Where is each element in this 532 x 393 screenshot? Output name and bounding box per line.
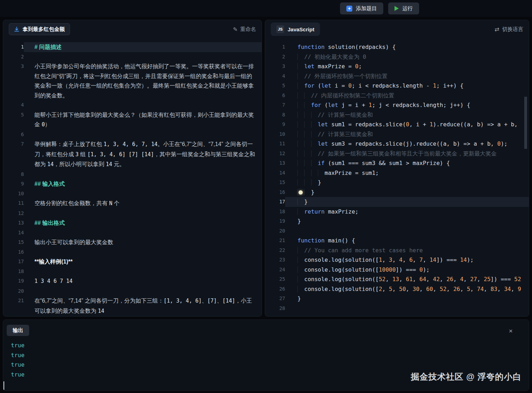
code-line[interactable]: 4 // 外层循环控制第一个切割位置 [265, 71, 529, 81]
line-content: for (let j = i + 1; j < redpacks.length;… [285, 100, 529, 110]
problem-line[interactable]: 4 [3, 100, 262, 110]
problem-editor[interactable]: 1# 问题描述23小王同学参加公司年会的抽奖活动，他运气很好抽到了一等奖。一等奖… [3, 38, 262, 316]
code-line[interactable]: 6 // 内层循环控制第二个切割位置 [265, 91, 529, 101]
line-number: 17 [265, 197, 285, 207]
problem-line[interactable]: 8 [3, 170, 262, 179]
line-content: // 计算第三组奖金和 [285, 129, 529, 139]
line-number: 23 [265, 255, 285, 265]
play-icon [395, 6, 399, 11]
code-line[interactable]: 18 return maxPrize; [265, 207, 529, 217]
line-number: 19 [265, 216, 285, 226]
line-number: 27 [265, 294, 285, 304]
code-line[interactable]: 7 for (let j = i + 1; j < redpacks.lengt… [265, 100, 529, 110]
code-line[interactable]: 17 } [265, 197, 529, 207]
output-label: 输出 [13, 327, 23, 334]
problem-line[interactable]: 3小王同学参加公司年会的抽奖活动，他运气很好抽到了一等奖。一等奖获奖者可以在一排… [3, 62, 262, 100]
close-output-icon[interactable]: × [509, 328, 513, 334]
code-line[interactable]: 2 // 初始化最大奖金为 0 [265, 52, 529, 62]
problem-line[interactable]: 1# 问题描述 [3, 42, 262, 52]
line-content: } [285, 216, 529, 226]
code-line[interactable]: 8 // 计算第一组奖金和 [265, 110, 529, 120]
line-content: return maxPrize; [285, 207, 529, 217]
code-line[interactable]: 3 let maxPrize = 0; [265, 62, 529, 71]
code-line[interactable]: 28 [265, 304, 529, 313]
output-tab[interactable]: 输出 [7, 325, 29, 336]
swap-icon [495, 26, 499, 33]
code-line[interactable]: 14 maxPrize = sum1; [265, 168, 529, 178]
line-content [24, 100, 262, 110]
line-content [24, 267, 262, 277]
problem-line[interactable]: 6 [3, 130, 262, 140]
problem-line[interactable]: 2 [3, 52, 262, 62]
scrollbar-thumb[interactable] [524, 97, 527, 149]
problem-line[interactable]: 14 [3, 228, 262, 238]
problem-line[interactable]: 5能帮小王计算下他能拿到的最大奖金么？（如果没有红包可获得，则小王能拿到的最大奖… [3, 110, 262, 130]
code-panel: JS JavaScript 切换语言 1function solution(re… [265, 20, 529, 317]
line-content [24, 209, 262, 218]
code-line[interactable]: 24 console.log(solution([10000]) === 0); [265, 265, 529, 275]
language-label: JavaScript [288, 26, 314, 32]
code-line[interactable]: 21function main() { [265, 236, 529, 246]
code-line[interactable]: 5 for (let i = 0; i < redpacks.length - … [265, 81, 529, 91]
problem-line[interactable]: 17**输入样例(1)** [3, 257, 262, 267]
line-number: 4 [3, 100, 24, 110]
problem-panel: 拿到最多红包金额 重命名 1# 问题描述23小王同学参加公司年会的抽奖活动，他运… [3, 20, 262, 317]
code-editor[interactable]: 1function solution(redpacks) {2 // 初始化最大… [265, 38, 529, 316]
line-number: 7 [3, 139, 24, 170]
problem-line[interactable]: 20 [3, 286, 262, 296]
language-tab[interactable]: JS JavaScript [271, 23, 320, 36]
problem-line[interactable]: 191 3 4 6 7 14 [3, 276, 262, 286]
code-line[interactable]: 22 // You can add more test cases here [265, 246, 529, 255]
code-line[interactable]: 20 [265, 226, 529, 236]
line-content: } [285, 178, 529, 188]
problem-line[interactable]: 18 [3, 267, 262, 277]
line-number: 3 [265, 62, 285, 71]
pencil-icon [233, 26, 238, 33]
line-content: console.log(solution([2, 5, 50, 30, 60, … [285, 284, 529, 294]
code-line[interactable]: 12 // 如果第一组和第三组奖金和相等且大于当前最大奖金，更新最大奖金 [265, 149, 529, 159]
code-line[interactable]: 13 if (sum1 === sum3 && sum1 > maxPrize)… [265, 158, 529, 168]
code-line[interactable]: 9 let sum1 = redpacks.slice(0, i + 1).re… [265, 120, 529, 129]
code-line[interactable]: 11 let sum3 = redpacks.slice(j).reduce((… [265, 139, 529, 149]
problem-line[interactable]: 9## 输入格式 [3, 179, 262, 189]
line-content [24, 130, 262, 140]
line-number: 14 [3, 228, 24, 238]
line-number: 2 [265, 52, 285, 62]
code-line[interactable]: 10 // 计算第三组奖金和 [265, 129, 529, 139]
line-number: 20 [3, 286, 24, 296]
code-line[interactable]: 19} [265, 216, 529, 226]
line-content [24, 247, 262, 257]
line-content: // 内层循环控制第二个切割位置 [285, 91, 529, 101]
line-content: 空格分割的红包金额数，共有 N 个 [24, 198, 262, 209]
problem-line[interactable]: 15输出小王可以拿到的最大奖金数 [3, 237, 262, 247]
problem-line[interactable]: 12 [3, 209, 262, 218]
rename-button[interactable]: 重命名 [233, 26, 256, 33]
line-content [24, 170, 262, 179]
code-line[interactable]: 27} [265, 294, 529, 304]
code-line[interactable]: 25 console.log(solution([52, 13, 61, 64,… [265, 274, 529, 284]
run-button[interactable]: 运行 [388, 2, 419, 14]
line-number: 22 [265, 246, 285, 255]
code-line[interactable]: 15 } [265, 178, 529, 188]
problem-line[interactable]: 16 [3, 247, 262, 257]
line-number: 8 [265, 110, 285, 120]
line-content: 小王同学参加公司年会的抽奖活动，他运气很好抽到了一等奖。一等奖获奖者可以在一排红… [24, 62, 262, 100]
add-question-button[interactable]: 添加题目 [340, 2, 383, 14]
problem-line[interactable]: 21在“6,7”之间、“7,14” 之间各切一刀，分为如下三组：[1, 3, 4… [3, 296, 262, 316]
problem-line[interactable]: 7举例解释：桌子上放了红包 1, 3, 4, 6, 7, 14。小王在“6,7”… [3, 139, 262, 170]
switch-language-button[interactable]: 切换语言 [495, 26, 523, 33]
plus-icon [346, 6, 352, 12]
problem-line[interactable]: 13## 输出格式 [3, 218, 262, 228]
problem-line[interactable]: 10 [3, 189, 262, 199]
lightbulb-icon[interactable] [299, 190, 303, 195]
problem-title-box[interactable]: 拿到最多红包金额 [9, 23, 70, 35]
code-line[interactable]: 16 } [265, 188, 529, 197]
code-line[interactable]: 23 console.log(solution([1, 3, 4, 6, 7, … [265, 255, 529, 265]
code-line[interactable]: 1function solution(redpacks) { [265, 42, 529, 52]
code-line[interactable]: 26 console.log(solution([2, 5, 50, 30, 6… [265, 284, 529, 294]
problem-line[interactable]: 11空格分割的红包金额数，共有 N 个 [3, 198, 262, 209]
download-icon [14, 27, 19, 32]
line-number: 3 [3, 62, 24, 100]
line-content: console.log(solution([10000]) === 0); [285, 265, 529, 275]
line-number: 10 [265, 129, 285, 139]
